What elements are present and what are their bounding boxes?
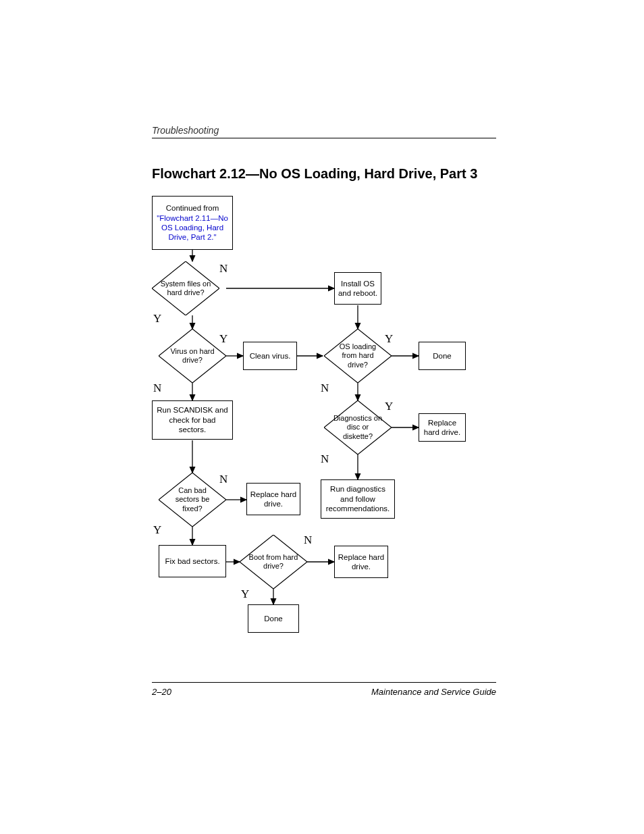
decision-boot-hd-text: Boot from hard drive?: [248, 553, 299, 571]
decision-can-fix-text: Can bad sectors be fixed?: [167, 486, 218, 513]
label-y: Y: [153, 312, 161, 325]
label-y: Y: [219, 332, 227, 346]
node-clean-virus: Clean virus.: [243, 342, 297, 370]
label-y: Y: [385, 332, 393, 346]
continued-prefix: Continued from: [166, 203, 219, 213]
node-scandisk-text: Run SCANDISK and check for bad sectors.: [155, 405, 230, 434]
decision-diag-disc: Diagnostics on disc or diskette?: [324, 400, 392, 454]
node-done-2-text: Done: [264, 614, 283, 623]
decision-diag-disc-text: Diagnostics on disc or diskette?: [332, 414, 383, 441]
label-n: N: [219, 262, 227, 276]
node-fix-sectors-text: Fix bad sectors.: [165, 556, 219, 566]
flowchart: Continued from "Flowchart 2.11—No OS Loa…: [152, 196, 496, 648]
node-replace-hd-3-text: Replace hard drive.: [338, 552, 385, 572]
node-clean-virus-text: Clean virus.: [250, 351, 291, 361]
node-install-os-text: Install OS and reboot.: [338, 279, 378, 298]
node-replace-hd-2: Replace hard drive.: [246, 483, 300, 515]
decision-system-files-text: System files on hard drive?: [160, 280, 211, 297]
label-y: Y: [385, 400, 393, 413]
node-run-diagnostics: Run diagnostics and follow recommendatio…: [321, 479, 395, 519]
node-replace-hd-1: Replace hard drive.: [419, 413, 466, 442]
label-n: N: [321, 382, 329, 395]
decision-boot-hd: Boot from hard drive?: [240, 535, 307, 589]
label-y: Y: [153, 523, 161, 537]
node-run-diagnostics-text: Run diagnostics and follow recommendatio…: [324, 484, 392, 513]
guide-title: Maintenance and Service Guide: [371, 687, 496, 697]
decision-virus-text: Virus on hard drive?: [167, 347, 218, 365]
section-header: Troubleshooting: [152, 125, 496, 138]
node-done-2: Done: [248, 604, 299, 633]
decision-system-files: System files on hard drive?: [152, 261, 219, 315]
node-fix-sectors: Fix bad sectors.: [159, 545, 226, 577]
node-done-1: Done: [419, 342, 466, 370]
node-replace-hd-3: Replace hard drive.: [334, 546, 388, 578]
page-footer: 2–20 Maintenance and Service Guide: [152, 682, 496, 697]
label-n: N: [304, 533, 312, 547]
decision-os-loading: OS loading from hard drive?: [324, 329, 392, 383]
node-install-os: Install OS and reboot.: [334, 272, 381, 305]
page-number: 2–20: [152, 687, 171, 697]
node-scandisk: Run SCANDISK and check for bad sectors.: [152, 400, 233, 440]
label-n: N: [219, 473, 227, 486]
node-replace-hd-2-text: Replace hard drive.: [250, 490, 297, 509]
node-replace-hd-1-text: Replace hard drive.: [422, 418, 462, 438]
label-n: N: [321, 452, 329, 466]
label-n: N: [153, 382, 161, 395]
node-done-1-text: Done: [433, 351, 452, 361]
label-y: Y: [241, 588, 249, 601]
continued-link[interactable]: "Flowchart 2.11—No OS Loading, Hard Driv…: [155, 213, 230, 242]
decision-can-fix: Can bad sectors be fixed?: [159, 473, 226, 527]
decision-virus: Virus on hard drive?: [159, 329, 226, 383]
node-continued-from: Continued from "Flowchart 2.11—No OS Loa…: [152, 196, 233, 250]
decision-os-loading-text: OS loading from hard drive?: [332, 342, 383, 369]
page-title: Flowchart 2.12—No OS Loading, Hard Drive…: [152, 165, 496, 182]
